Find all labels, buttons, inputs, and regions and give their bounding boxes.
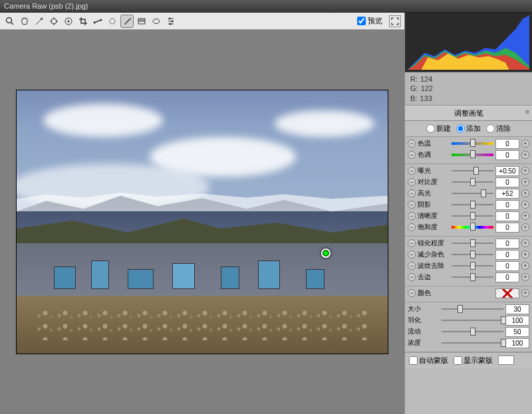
slider-label: 清晰度 xyxy=(418,211,450,221)
adjustment-brush-tool[interactable] xyxy=(120,15,134,28)
slider-track[interactable] xyxy=(452,223,493,232)
slider-track[interactable] xyxy=(452,200,493,209)
slider-track[interactable] xyxy=(442,338,503,348)
plus-button[interactable]: + xyxy=(521,189,529,197)
minus-button[interactable]: − xyxy=(408,201,416,209)
slider-track[interactable] xyxy=(442,316,503,325)
slider-value[interactable] xyxy=(495,177,519,187)
plus-button[interactable]: + xyxy=(521,140,529,148)
svg-point-0 xyxy=(7,17,12,23)
plus-button[interactable]: + xyxy=(521,251,529,259)
image-preview[interactable] xyxy=(16,90,388,354)
slider-value[interactable] xyxy=(505,338,529,348)
preview-checkbox[interactable]: 预览 xyxy=(357,16,382,26)
slider-track[interactable] xyxy=(452,272,493,282)
minus-button[interactable]: − xyxy=(408,289,416,297)
mode-clear[interactable]: 清除 xyxy=(486,124,511,134)
minus-button[interactable]: − xyxy=(408,223,416,231)
slider-value[interactable] xyxy=(495,239,519,249)
svg-point-22 xyxy=(170,23,172,25)
slider-value[interactable] xyxy=(495,150,519,160)
minus-button[interactable]: − xyxy=(408,140,416,148)
crop-tool[interactable] xyxy=(76,15,90,28)
plus-button[interactable]: + xyxy=(521,273,529,281)
brush-mode-row: 新建 添加 清除 xyxy=(405,121,532,137)
minus-button[interactable]: − xyxy=(408,212,416,220)
slider-track[interactable] xyxy=(452,261,493,270)
minus-button[interactable]: − xyxy=(408,167,416,175)
slider-clarity: −清晰度+ xyxy=(408,211,529,222)
zoom-tool[interactable] xyxy=(3,15,17,28)
plus-button[interactable]: + xyxy=(521,223,529,231)
svg-point-11 xyxy=(100,19,102,21)
svg-line-1 xyxy=(11,22,14,25)
slider-track[interactable] xyxy=(452,177,493,187)
plus-button[interactable]: + xyxy=(521,167,529,175)
slider-value[interactable] xyxy=(495,200,519,210)
histogram[interactable] xyxy=(405,13,532,72)
slider-track[interactable] xyxy=(452,139,493,148)
plus-button[interactable]: + xyxy=(521,239,529,247)
spot-removal-tool[interactable] xyxy=(106,15,119,28)
slider-track[interactable] xyxy=(452,250,493,259)
graduated-filter-tool[interactable] xyxy=(135,15,148,28)
targeted-adjust-tool[interactable] xyxy=(62,15,75,28)
minus-button[interactable]: − xyxy=(408,239,416,247)
svg-point-8 xyxy=(68,20,70,22)
slider-value[interactable] xyxy=(495,261,519,271)
svg-point-16 xyxy=(153,19,160,23)
straighten-tool[interactable] xyxy=(91,15,104,28)
auto-mask-checkbox[interactable]: 自动蒙版 xyxy=(409,356,448,365)
plus-button[interactable]: + xyxy=(521,212,529,220)
adjustment-pin[interactable] xyxy=(321,249,331,258)
slider-label: 减少杂色 xyxy=(418,250,450,259)
prefs-tool[interactable] xyxy=(164,15,178,28)
slider-noise: −减少杂色+ xyxy=(408,249,529,260)
minus-button[interactable]: − xyxy=(408,251,416,259)
slider-value[interactable] xyxy=(495,250,519,260)
hand-tool[interactable] xyxy=(18,15,31,28)
mask-color-swatch[interactable] xyxy=(498,356,514,365)
plus-button[interactable]: + xyxy=(521,178,529,186)
slider-track[interactable] xyxy=(442,327,503,336)
slider-value[interactable] xyxy=(495,272,519,282)
minus-button[interactable]: − xyxy=(408,178,416,186)
minus-button[interactable]: − xyxy=(408,262,416,270)
sliders-panel: −色温+−色调+ −曝光+−对比度+−高光+−阴影+−清晰度+−饱和度+ −锐化… xyxy=(405,137,532,414)
slider-value[interactable] xyxy=(495,223,519,233)
slider-value[interactable] xyxy=(505,327,529,337)
panel-menu-icon[interactable]: ≡ xyxy=(525,108,529,116)
minus-button[interactable]: − xyxy=(408,273,416,281)
slider-value[interactable] xyxy=(495,211,519,221)
slider-track[interactable] xyxy=(452,189,493,198)
plus-button[interactable]: + xyxy=(521,151,529,159)
slider-value[interactable] xyxy=(495,139,519,149)
color-label: 颜色 xyxy=(418,288,450,298)
minus-button[interactable]: − xyxy=(408,189,416,197)
slider-track[interactable] xyxy=(442,304,503,314)
color-sampler-tool[interactable] xyxy=(47,15,61,28)
svg-point-10 xyxy=(94,21,96,23)
slider-value[interactable] xyxy=(505,316,529,326)
canvas-area[interactable] xyxy=(0,30,404,414)
plus-button[interactable]: + xyxy=(521,289,529,297)
slider-track[interactable] xyxy=(452,211,493,221)
color-swatch[interactable] xyxy=(495,288,519,298)
mode-add[interactable]: 添加 xyxy=(456,124,481,134)
slider-label: 曝光 xyxy=(418,166,450,175)
slider-value[interactable] xyxy=(505,304,529,314)
slider-track[interactable] xyxy=(452,166,493,175)
plus-button[interactable]: + xyxy=(521,201,529,209)
slider-track[interactable] xyxy=(452,239,493,248)
minus-button[interactable]: − xyxy=(408,151,416,159)
mode-new[interactable]: 新建 xyxy=(426,124,451,134)
slider-value[interactable] xyxy=(495,189,519,199)
white-balance-tool[interactable] xyxy=(33,15,46,28)
fullscreen-button[interactable] xyxy=(389,15,401,27)
slider-value[interactable] xyxy=(495,166,519,176)
show-mask-checkbox[interactable]: 显示蒙版 xyxy=(454,356,493,365)
slider-track[interactable] xyxy=(452,150,493,159)
plus-button[interactable]: + xyxy=(521,262,529,270)
slider-label: 大小 xyxy=(408,304,440,314)
radial-filter-tool[interactable] xyxy=(150,15,163,28)
